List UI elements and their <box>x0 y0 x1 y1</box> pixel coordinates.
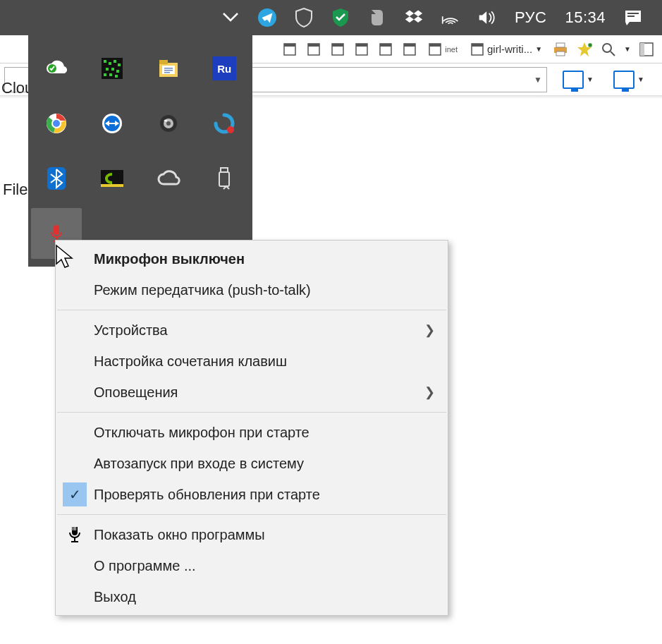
tab-icon[interactable] <box>329 41 346 58</box>
svg-rect-14 <box>380 44 391 47</box>
svg-rect-16 <box>404 44 415 47</box>
monitor-button-1[interactable]: ▼ <box>547 71 594 89</box>
menu-item-check-updates[interactable]: ✓ Проверять обновления при старте <box>56 479 448 510</box>
chevron-down-icon[interactable]: ▼ <box>534 75 542 85</box>
menu-item-about[interactable]: О программе ... <box>56 550 448 581</box>
menu-separator <box>57 310 446 310</box>
microphone-icon <box>67 525 82 544</box>
svg-rect-69 <box>73 527 73 530</box>
document-tab-label: girl-writi... <box>487 43 532 55</box>
tab-icon[interactable] <box>377 41 394 58</box>
telegram-icon[interactable] <box>258 8 276 27</box>
svg-rect-35 <box>114 60 116 63</box>
dropdown-arrow-icon: ▼ <box>587 75 594 83</box>
svg-rect-20 <box>472 44 483 47</box>
print-icon[interactable] <box>552 41 569 58</box>
menu-item-push-to-talk[interactable]: Режим передатчика (push-to-talk) <box>56 274 448 305</box>
speaker-icon[interactable] <box>155 110 182 137</box>
svg-rect-23 <box>556 51 565 56</box>
chrome-icon[interactable] <box>43 110 70 137</box>
notification-icon[interactable] <box>624 8 642 27</box>
svg-rect-22 <box>556 43 565 47</box>
checkmark-icon: ✓ <box>63 482 87 506</box>
menu-item-label: Отключать микрофон при старте <box>94 425 448 441</box>
svg-rect-12 <box>356 44 367 47</box>
shield-icon[interactable] <box>295 8 313 27</box>
menu-item-hotkeys[interactable]: Настройка сочетания клавиш <box>56 346 448 377</box>
evernote-icon[interactable] <box>368 8 386 27</box>
dropbox-icon[interactable] <box>405 8 423 27</box>
svg-rect-38 <box>111 68 114 71</box>
menu-gutter <box>56 525 94 544</box>
dropdown-arrow-icon: ▼ <box>535 45 542 53</box>
nvidia-icon[interactable] <box>99 165 125 192</box>
bluetooth-icon[interactable] <box>43 165 70 192</box>
svg-rect-64 <box>54 225 59 235</box>
svg-rect-18 <box>429 44 441 47</box>
wifi-icon[interactable] <box>441 8 460 27</box>
tab-icon[interactable] <box>353 41 370 58</box>
menu-item-label: Автозапуск при входе в систему <box>94 456 448 472</box>
svg-rect-30 <box>640 43 644 56</box>
menu-item-mute-on-start[interactable]: Отключать микрофон при старте <box>56 417 448 448</box>
svg-rect-10 <box>332 44 343 47</box>
kaspersky-shield-icon[interactable] <box>331 8 350 27</box>
favorite-icon[interactable] <box>576 41 593 58</box>
svg-rect-8 <box>308 44 319 47</box>
usb-device-icon[interactable] <box>211 165 238 192</box>
tab-icon[interactable] <box>305 41 322 58</box>
language-indicator[interactable]: РУС <box>515 8 547 27</box>
menu-item-autostart[interactable]: Автозапуск при входе в систему <box>56 448 448 479</box>
svg-rect-44 <box>159 60 168 64</box>
inet-label: inet <box>445 45 458 54</box>
menu-separator <box>57 412 446 413</box>
menu-item-label: Устройства <box>94 322 448 339</box>
menu-item-label: Выход <box>94 589 448 605</box>
svg-rect-61 <box>101 184 123 187</box>
menu-item-label: Режим передатчика (push-to-talk) <box>94 282 448 298</box>
search-icon[interactable] <box>600 41 617 58</box>
menu-separator <box>57 514 446 515</box>
recorder-icon[interactable] <box>211 110 238 137</box>
system-taskbar: РУС 15:34 <box>0 0 662 35</box>
cloud-sync-icon[interactable] <box>43 55 70 82</box>
volume-icon[interactable] <box>478 8 496 27</box>
submenu-arrow-icon: ❯ <box>424 322 435 338</box>
svg-rect-63 <box>219 172 229 186</box>
teamviewer-icon[interactable] <box>99 110 125 137</box>
svg-rect-42 <box>115 75 118 78</box>
greenshot-icon[interactable] <box>99 55 125 82</box>
monitor-icon <box>563 71 584 89</box>
svg-rect-39 <box>116 70 119 73</box>
menu-item-devices[interactable]: Устройства ❯ <box>56 315 448 346</box>
clock[interactable]: 15:34 <box>565 8 606 27</box>
menu-item-show-window[interactable]: Показать окно программы <box>56 519 448 550</box>
adobe-ru-icon[interactable]: Ru <box>211 55 238 82</box>
menu-item-label: О программе ... <box>94 558 448 574</box>
folder-icon[interactable] <box>155 55 182 82</box>
monitor-icon <box>613 71 635 89</box>
menu-item-exit[interactable]: Выход <box>56 581 448 612</box>
creative-cloud-icon[interactable] <box>155 165 182 192</box>
dropdown-arrow-icon[interactable]: ▼ <box>624 45 631 53</box>
panel-icon[interactable] <box>638 41 655 58</box>
dropdown-arrow-icon: ▼ <box>637 75 644 83</box>
chevron-down-icon[interactable] <box>221 8 240 27</box>
svg-point-57 <box>164 120 167 122</box>
svg-rect-37 <box>106 68 109 71</box>
svg-rect-40 <box>104 73 106 76</box>
tab-icon[interactable] <box>401 41 418 58</box>
submenu-arrow-icon: ❯ <box>424 384 435 400</box>
svg-rect-36 <box>118 63 121 66</box>
svg-rect-70 <box>74 527 75 530</box>
svg-rect-6 <box>284 44 295 47</box>
background-text: File <box>0 181 27 199</box>
inet-tab[interactable]: inet <box>425 41 460 58</box>
menu-item-notifications[interactable]: Оповещения ❯ <box>56 377 448 408</box>
document-tab[interactable]: girl-writi... ▼ <box>467 41 545 58</box>
menu-item-mic-off[interactable]: Микрофон выключен <box>56 243 448 274</box>
monitor-button-2[interactable]: ▼ <box>594 71 644 89</box>
tab-icon[interactable] <box>281 41 298 58</box>
menu-item-label: Проверять обновления при старте <box>94 487 448 503</box>
menu-item-label: Настройка сочетания клавиш <box>94 353 448 370</box>
